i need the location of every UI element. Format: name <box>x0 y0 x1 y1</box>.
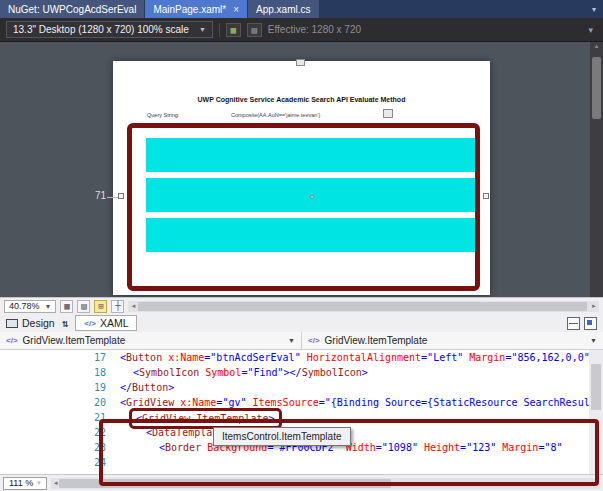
expand-pane-icon[interactable] <box>584 317 597 330</box>
tab-design[interactable]: Design <box>6 317 55 329</box>
line-number: 22 <box>0 425 112 440</box>
annotation-box-designer <box>127 123 480 291</box>
tab-label: MainPage.xaml* <box>153 4 226 15</box>
selection-handle-right[interactable] <box>483 193 489 199</box>
query-string-value: Composite(AA.AuN=='jaime teevan') <box>231 112 320 118</box>
chevron-down-icon: ▼ <box>288 337 295 344</box>
split-view-bar: Design ⇅ </> XAML <box>0 314 603 332</box>
breadcrumb-left-dropdown[interactable]: </> GridView.ItemTemplate ▼ <box>0 332 302 349</box>
tab-appxamlcs[interactable]: App.xaml.cs <box>248 0 318 18</box>
effective-resolution-label: Effective: 1280 x 720 <box>268 24 361 35</box>
chevron-down-icon: ▾ <box>37 479 41 487</box>
editor-zoom-value: 111 % <box>9 478 33 488</box>
toolbar-options-icon[interactable]: ▾ <box>584 25 597 35</box>
designer-horizontal-scrollbar[interactable]: ◄ ► <box>128 301 599 312</box>
snaplines-icon[interactable]: ⊞ <box>94 300 107 313</box>
margin-guide-line <box>107 197 118 198</box>
adorner-handle[interactable] <box>296 59 305 66</box>
query-string-label: Query String: <box>147 112 179 118</box>
tab-label: App.xaml.cs <box>256 4 310 15</box>
selection-handle-left[interactable] <box>118 193 124 199</box>
scroll-right-icon[interactable]: ► <box>589 303 599 309</box>
line-number: 21 <box>0 410 112 425</box>
line-number: 24 <box>0 455 112 470</box>
device-selector[interactable]: 13.3" Desktop (1280 x 720) 100% scale ▼ <box>6 21 213 38</box>
tab-nuget[interactable]: NuGet: UWPCogAcdSerEval <box>0 0 144 18</box>
line-number: 20 <box>0 395 112 410</box>
chevron-down-icon[interactable]: ▾ <box>585 0 603 18</box>
designer-zoom-selector[interactable]: 40.78% ▼ <box>4 300 56 313</box>
effective-resolution-icon[interactable]: ▤ <box>247 23 262 37</box>
vs-window: NuGet: UWPCogAcdSerEval MainPage.xaml* ×… <box>0 0 603 491</box>
designer-vertical-scrollbar[interactable]: ▲ <box>590 42 603 297</box>
chevron-down-icon: ▼ <box>45 303 52 310</box>
device-toolbar: 13.3" Desktop (1280 x 720) 100% scale ▼ … <box>0 18 603 42</box>
find-button[interactable] <box>383 109 393 118</box>
design-tab-label: Design <box>22 317 55 329</box>
scrollbar-thumb[interactable] <box>138 302 587 311</box>
line-number: 18 <box>0 365 112 380</box>
scrollbar-thumb[interactable] <box>592 57 601 119</box>
split-pane-icon[interactable] <box>567 317 580 330</box>
editor-zoom-selector[interactable]: 111 % ▾ <box>3 477 47 490</box>
line-number: 17 <box>0 350 112 365</box>
chevron-down-icon: ▼ <box>199 26 206 33</box>
breadcrumb-left-value: GridView.ItemTemplate <box>23 335 126 346</box>
xaml-tag-icon: </> <box>84 319 96 328</box>
element-breadcrumb-bar: </> GridView.ItemTemplate ▼ </> GridView… <box>0 332 603 350</box>
scroll-up-icon[interactable]: ▲ <box>594 42 600 51</box>
xaml-tab-label: XAML <box>100 317 129 329</box>
tab-mainpage[interactable]: MainPage.xaml* × <box>145 0 247 18</box>
tab-label: NuGet: UWPCogAcdSerEval <box>8 4 136 15</box>
breadcrumb-right-value: GridView.ItemTemplate <box>325 335 428 346</box>
code-line[interactable]: 17<Button x:Name="btnAcdSerEval" Horizon… <box>0 350 589 365</box>
tab-xaml[interactable]: </> XAML <box>75 315 137 331</box>
chevron-down-icon: ▼ <box>590 337 597 344</box>
scrollbar-thumb[interactable] <box>591 364 601 410</box>
margin-value-label: 71 <box>95 190 106 201</box>
snap-grid-icon[interactable]: ▤ <box>77 300 90 313</box>
code-line[interactable]: 19</Button> <box>0 380 589 395</box>
xml-tag-icon: </> <box>308 336 320 345</box>
line-number: 19 <box>0 380 112 395</box>
app-title: UWP Cognitive Service Academic Search AP… <box>113 96 490 103</box>
monitor-icon <box>6 319 18 328</box>
breadcrumb-right-dropdown[interactable]: </> GridView.ItemTemplate ▼ <box>302 332 603 349</box>
designer-zoom-bar: 40.78% ▼ ▦ ▤ ⊞ ┼ ◄ ► <box>0 297 603 314</box>
toolbar-separator <box>219 23 220 37</box>
document-tabbar: NuGet: UWPCogAcdSerEval MainPage.xaml* ×… <box>0 0 603 18</box>
fit-to-screen-icon[interactable]: ▦ <box>226 23 241 37</box>
zoom-value: 40.78% <box>9 301 40 311</box>
code-line[interactable]: 20<GridView x:Name="gv" ItemsSource="{Bi… <box>0 395 589 410</box>
snap-to-snaplines-icon[interactable]: ┼ <box>111 300 124 313</box>
close-icon[interactable]: × <box>233 4 239 15</box>
code-line[interactable]: 18<SymbolIcon Symbol="Find"></SymbolIcon… <box>0 365 589 380</box>
show-grid-icon[interactable]: ▦ <box>60 300 73 313</box>
xml-tag-icon: </> <box>6 336 18 345</box>
line-number: 23 <box>0 440 112 455</box>
annotation-box-code <box>99 419 599 486</box>
scroll-left-icon[interactable]: ◄ <box>128 303 138 309</box>
swap-panes-icon[interactable]: ⇅ <box>62 317 69 330</box>
device-selector-value: 13.3" Desktop (1280 x 720) 100% scale <box>13 24 189 35</box>
